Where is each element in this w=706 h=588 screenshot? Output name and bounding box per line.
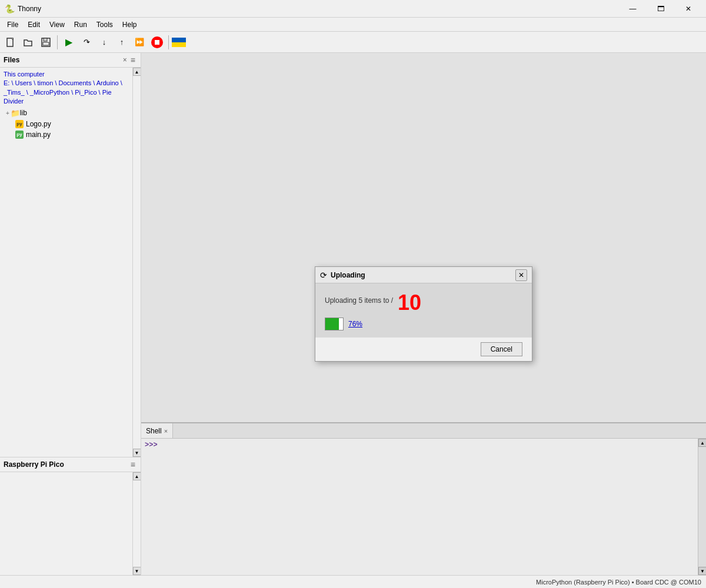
window-controls: — 🗖 ✕ — [620, 0, 701, 18]
run-button[interactable]: ▶ — [61, 34, 77, 51]
rpi-scrollbar: ▲ ▼ — [132, 472, 141, 575]
debug-over-button[interactable]: ↷ — [78, 34, 95, 51]
modal-body: Uploading 5 items to / 10 76% — [315, 283, 532, 338]
menu-tools[interactable]: Tools — [92, 19, 118, 30]
files-panel-menu[interactable]: ≡ — [129, 55, 137, 65]
modal-big-number: 10 — [398, 290, 421, 315]
status-bar: MicroPython (Raspberry Pi Pico) • Board … — [0, 575, 706, 588]
rpi-panel-menu[interactable]: ≡ — [129, 460, 137, 469]
save-button[interactable] — [38, 34, 54, 51]
flag-yellow — [172, 42, 186, 47]
stop-button[interactable] — [149, 34, 165, 51]
file-logo-label: Logo.py — [26, 120, 51, 128]
file-tree: This computer E: \ Users \ timon \ Docum… — [0, 68, 132, 457]
maximize-button[interactable]: 🗖 — [647, 0, 674, 18]
editor-area: ⟳ Uploading ✕ Uploading 5 items to / 10 — [141, 53, 706, 575]
main-content: Files × ≡ This computer E: \ Users \ tim… — [0, 53, 706, 575]
stop-inner — [155, 40, 159, 45]
sidebar: Files × ≡ This computer E: \ Users \ tim… — [0, 53, 141, 575]
py-yellow-icon: py — [15, 120, 24, 128]
scroll-up-btn[interactable]: ▲ — [133, 68, 141, 76]
rpi-tree-area — [0, 472, 132, 575]
app-icon: 🐍 — [5, 4, 14, 14]
file-tree-scroll-wrapper: This computer E: \ Users \ timon \ Docum… — [0, 68, 141, 457]
progress-bar-container — [325, 318, 344, 330]
title-bar: 🐍 Thonny — 🗖 ✕ — [0, 0, 706, 18]
rpi-content: ▲ ▼ — [0, 472, 141, 575]
files-panel-header: Files × ≡ — [0, 53, 141, 68]
modal-message-text: Uploading 5 items to / — [325, 296, 393, 305]
menu-view[interactable]: View — [45, 19, 69, 30]
folder-lib-label: lib — [20, 109, 27, 117]
debug-into-button[interactable]: ↓ — [96, 34, 112, 51]
toolbar-sep-1 — [57, 35, 58, 49]
upload-dialog: ⟳ Uploading ✕ Uploading 5 items to / 10 — [315, 266, 532, 362]
toolbar: ▶ ↷ ↓ ↑ ⏩ — [0, 32, 706, 53]
modal-title-text: Uploading — [331, 271, 515, 279]
modal-title-bar: ⟳ Uploading ✕ — [315, 267, 532, 283]
svg-rect-2 — [44, 38, 47, 41]
window-title: Thonny — [18, 5, 620, 13]
files-panel: Files × ≡ This computer E: \ Users \ tim… — [0, 53, 141, 457]
file-main-item[interactable]: py main.py — [0, 129, 132, 140]
editor-main: ⟳ Uploading ✕ Uploading 5 items to / 10 — [141, 53, 706, 422]
resume-button[interactable]: ⏩ — [131, 34, 148, 51]
flag-blue — [172, 38, 186, 42]
menu-run[interactable]: Run — [69, 19, 92, 30]
folder-icon: 📁 — [11, 109, 20, 118]
menu-bar: File Edit View Run Tools Help — [0, 18, 706, 32]
rpi-panel: Raspberry Pi Pico ≡ ▲ ▼ — [0, 457, 141, 575]
ukraine-flag — [172, 38, 186, 47]
cancel-button[interactable]: Cancel — [481, 342, 522, 356]
rpi-scroll-up[interactable]: ▲ — [133, 472, 141, 480]
menu-edit[interactable]: Edit — [23, 19, 45, 30]
minimize-button[interactable]: — — [620, 0, 646, 18]
menu-file[interactable]: File — [2, 19, 23, 30]
folder-lib-item[interactable]: + 📁 lib — [0, 108, 132, 119]
rpi-panel-header: Raspberry Pi Pico ≡ — [0, 457, 141, 472]
file-main-label: main.py — [26, 131, 51, 139]
toolbar-sep-2 — [168, 35, 169, 49]
file-logo-item[interactable]: py Logo.py — [0, 119, 132, 129]
modal-close-button[interactable]: ✕ — [515, 269, 527, 281]
py-green-icon: py — [15, 131, 24, 139]
this-computer-label: This computer E: \ Users \ timon \ Docum… — [0, 69, 132, 108]
modal-footer: Cancel — [315, 338, 532, 361]
scroll-down-btn[interactable]: ▼ — [133, 449, 141, 457]
message-row: Uploading 5 items to / 10 — [325, 290, 522, 315]
modal-progress-row: 76% — [325, 318, 522, 330]
modal-overlay: ⟳ Uploading ✕ Uploading 5 items to / 10 — [141, 53, 706, 575]
files-scrollbar: ▲ ▼ — [132, 68, 141, 457]
modal-title-icon: ⟳ — [320, 270, 327, 280]
open-button[interactable] — [20, 34, 36, 51]
rpi-panel-title: Raspberry Pi Pico — [4, 460, 129, 469]
svg-rect-3 — [43, 42, 49, 45]
close-button[interactable]: ✕ — [675, 0, 701, 18]
new-button[interactable] — [2, 34, 19, 51]
menu-help[interactable]: Help — [118, 19, 142, 30]
debug-out-button[interactable]: ↑ — [114, 34, 130, 51]
files-panel-title: Files — [4, 56, 121, 64]
expand-icon: + — [6, 110, 9, 116]
status-text: MicroPython (Raspberry Pi Pico) • Board … — [536, 579, 701, 586]
rpi-scroll-down[interactable]: ▼ — [133, 567, 141, 575]
progress-percent-link[interactable]: 76% — [348, 320, 362, 328]
stop-icon — [151, 36, 163, 48]
progress-bar-fill — [325, 318, 339, 330]
files-panel-close[interactable]: × — [121, 56, 129, 64]
